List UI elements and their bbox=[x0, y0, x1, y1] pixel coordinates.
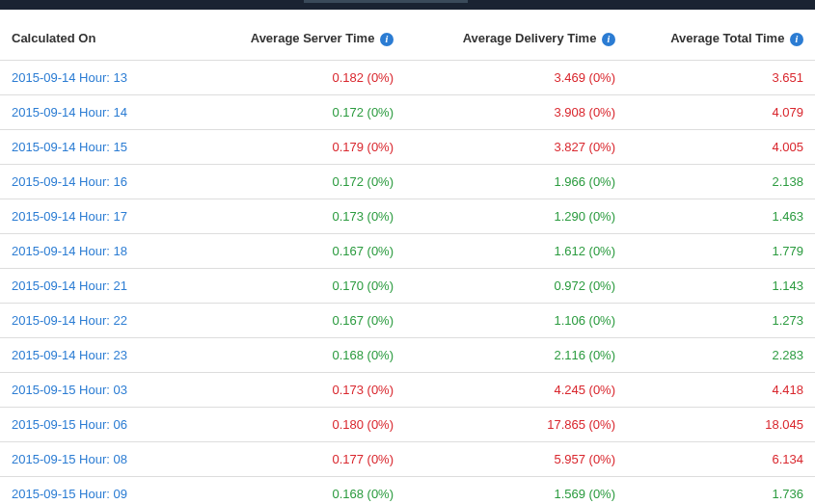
cell-avg-server-time: 0.172 (0%) bbox=[203, 164, 405, 199]
cell-calculated-on: 2015-09-15 Hour: 06 bbox=[0, 407, 203, 441]
cell-avg-server-time: 0.177 (0%) bbox=[203, 441, 405, 476]
calculated-on-link[interactable]: 2015-09-14 Hour: 15 bbox=[12, 140, 127, 154]
table-row: 2015-09-14 Hour: 220.167 (0%)1.106 (0%)1… bbox=[0, 303, 815, 337]
cell-avg-server-time: 0.168 (0%) bbox=[203, 337, 405, 372]
col-header-avg-delivery-time[interactable]: Average Delivery Time i bbox=[405, 21, 627, 60]
cell-avg-total-time: 1.273 bbox=[627, 303, 815, 337]
calculated-on-link[interactable]: 2015-09-15 Hour: 06 bbox=[12, 417, 127, 432]
cell-calculated-on: 2015-09-15 Hour: 09 bbox=[0, 476, 203, 504]
info-icon[interactable]: i bbox=[380, 33, 394, 46]
cell-avg-server-time: 0.167 (0%) bbox=[203, 303, 405, 337]
cell-avg-server-time: 0.182 (0%) bbox=[203, 60, 405, 94]
col-header-avg-server-time[interactable]: Average Server Time i bbox=[203, 21, 405, 60]
table-row: 2015-09-14 Hour: 170.173 (0%)1.290 (0%)1… bbox=[0, 199, 815, 233]
table-row: 2015-09-15 Hour: 080.177 (0%)5.957 (0%)6… bbox=[0, 441, 815, 476]
cell-avg-server-time: 0.170 (0%) bbox=[203, 268, 405, 303]
cell-calculated-on: 2015-09-14 Hour: 17 bbox=[0, 199, 203, 233]
cell-avg-delivery-time: 4.245 (0%) bbox=[405, 372, 627, 407]
header-label: Average Delivery Time bbox=[463, 31, 597, 45]
table-row: 2015-09-14 Hour: 150.179 (0%)3.827 (0%)4… bbox=[0, 129, 815, 164]
table-row: 2015-09-15 Hour: 090.168 (0%)1.569 (0%)1… bbox=[0, 476, 815, 504]
header-label: Average Server Time bbox=[251, 31, 375, 45]
table-row: 2015-09-14 Hour: 130.182 (0%)3.469 (0%)3… bbox=[0, 60, 815, 94]
cell-calculated-on: 2015-09-14 Hour: 14 bbox=[0, 94, 203, 129]
table-row: 2015-09-14 Hour: 140.172 (0%)3.908 (0%)4… bbox=[0, 94, 815, 129]
table-row: 2015-09-15 Hour: 030.173 (0%)4.245 (0%)4… bbox=[0, 372, 815, 407]
cell-avg-server-time: 0.168 (0%) bbox=[203, 476, 405, 504]
cell-avg-delivery-time: 1.106 (0%) bbox=[405, 303, 627, 337]
cell-avg-total-time: 6.134 bbox=[627, 441, 815, 476]
calculated-on-link[interactable]: 2015-09-14 Hour: 21 bbox=[12, 279, 127, 293]
calculated-on-link[interactable]: 2015-09-14 Hour: 22 bbox=[12, 313, 127, 328]
cell-avg-total-time: 2.283 bbox=[627, 337, 815, 372]
col-header-avg-total-time[interactable]: Average Total Time i bbox=[627, 21, 815, 60]
calculated-on-link[interactable]: 2015-09-14 Hour: 18 bbox=[12, 244, 127, 258]
cell-calculated-on: 2015-09-14 Hour: 21 bbox=[0, 268, 203, 303]
cell-calculated-on: 2015-09-14 Hour: 15 bbox=[0, 129, 203, 164]
table-row: 2015-09-14 Hour: 180.167 (0%)1.612 (0%)1… bbox=[0, 233, 815, 268]
cell-calculated-on: 2015-09-14 Hour: 22 bbox=[0, 303, 203, 337]
timing-table: Calculated On Average Server Time i Aver… bbox=[0, 21, 815, 504]
info-icon[interactable]: i bbox=[602, 33, 615, 46]
calculated-on-link[interactable]: 2015-09-15 Hour: 08 bbox=[12, 452, 127, 466]
cell-calculated-on: 2015-09-14 Hour: 18 bbox=[0, 233, 203, 268]
cell-avg-total-time: 1.736 bbox=[627, 476, 815, 504]
cell-avg-delivery-time: 3.827 (0%) bbox=[405, 129, 627, 164]
cell-avg-total-time: 4.005 bbox=[627, 129, 815, 164]
calculated-on-link[interactable]: 2015-09-14 Hour: 16 bbox=[12, 174, 127, 189]
cell-avg-delivery-time: 0.972 (0%) bbox=[405, 268, 627, 303]
calculated-on-link[interactable]: 2015-09-15 Hour: 03 bbox=[12, 383, 127, 397]
calculated-on-link[interactable]: 2015-09-14 Hour: 23 bbox=[12, 348, 127, 362]
cell-avg-delivery-time: 1.290 (0%) bbox=[405, 199, 627, 233]
cell-avg-server-time: 0.172 (0%) bbox=[203, 94, 405, 129]
cell-calculated-on: 2015-09-14 Hour: 16 bbox=[0, 164, 203, 199]
cell-avg-total-time: 3.651 bbox=[627, 60, 815, 94]
calculated-on-link[interactable]: 2015-09-15 Hour: 09 bbox=[12, 487, 127, 501]
header-label: Average Total Time bbox=[670, 31, 784, 45]
cell-avg-total-time: 4.418 bbox=[627, 372, 815, 407]
top-nav-bar bbox=[0, 0, 815, 10]
cell-avg-total-time: 2.138 bbox=[627, 164, 815, 199]
cell-avg-total-time: 1.779 bbox=[627, 233, 815, 268]
cell-avg-delivery-time: 5.957 (0%) bbox=[405, 441, 627, 476]
cell-avg-delivery-time: 1.612 (0%) bbox=[405, 233, 627, 268]
cell-avg-server-time: 0.173 (0%) bbox=[203, 199, 405, 233]
cell-avg-total-time: 4.079 bbox=[627, 94, 815, 129]
cell-avg-server-time: 0.180 (0%) bbox=[203, 407, 405, 441]
table-body: 2015-09-14 Hour: 130.182 (0%)3.469 (0%)3… bbox=[0, 60, 815, 504]
cell-avg-delivery-time: 3.908 (0%) bbox=[405, 94, 627, 129]
col-header-calculated-on[interactable]: Calculated On bbox=[0, 21, 203, 60]
header-label: Calculated On bbox=[12, 31, 95, 45]
cell-avg-delivery-time: 17.865 (0%) bbox=[405, 407, 627, 441]
cell-avg-delivery-time: 1.569 (0%) bbox=[405, 476, 627, 504]
cell-calculated-on: 2015-09-15 Hour: 03 bbox=[0, 372, 203, 407]
cell-avg-server-time: 0.173 (0%) bbox=[203, 372, 405, 407]
cell-avg-total-time: 1.143 bbox=[627, 268, 815, 303]
calculated-on-link[interactable]: 2015-09-14 Hour: 13 bbox=[12, 70, 127, 85]
cell-avg-delivery-time: 1.966 (0%) bbox=[405, 164, 627, 199]
calculated-on-link[interactable]: 2015-09-14 Hour: 17 bbox=[12, 209, 127, 224]
table-row: 2015-09-14 Hour: 210.170 (0%)0.972 (0%)1… bbox=[0, 268, 815, 303]
cell-avg-delivery-time: 3.469 (0%) bbox=[405, 60, 627, 94]
table-row: 2015-09-15 Hour: 060.180 (0%)17.865 (0%)… bbox=[0, 407, 815, 441]
calculated-on-link[interactable]: 2015-09-14 Hour: 14 bbox=[12, 105, 127, 119]
info-icon[interactable]: i bbox=[790, 33, 803, 46]
table-row: 2015-09-14 Hour: 230.168 (0%)2.116 (0%)2… bbox=[0, 337, 815, 372]
cell-avg-server-time: 0.167 (0%) bbox=[203, 233, 405, 268]
cell-calculated-on: 2015-09-14 Hour: 13 bbox=[0, 60, 203, 94]
cell-avg-total-time: 1.463 bbox=[627, 199, 815, 233]
cell-avg-delivery-time: 2.116 (0%) bbox=[405, 337, 627, 372]
cell-calculated-on: 2015-09-14 Hour: 23 bbox=[0, 337, 203, 372]
cell-calculated-on: 2015-09-15 Hour: 08 bbox=[0, 441, 203, 476]
cell-avg-total-time: 18.045 bbox=[627, 407, 815, 441]
cell-avg-server-time: 0.179 (0%) bbox=[203, 129, 405, 164]
table-row: 2015-09-14 Hour: 160.172 (0%)1.966 (0%)2… bbox=[0, 164, 815, 199]
